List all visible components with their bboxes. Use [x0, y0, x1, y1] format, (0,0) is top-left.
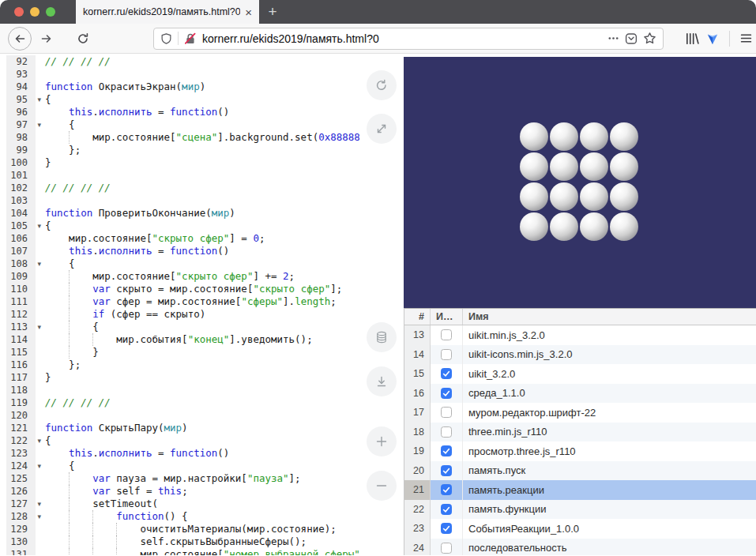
- code-line[interactable]: мир.состояние["номер выбранной сферы"]: [36, 548, 359, 555]
- line-number[interactable]: 111: [6, 295, 36, 308]
- expand-button[interactable]: [367, 114, 397, 144]
- row-checkbox[interactable]: [441, 484, 452, 495]
- bookmark-star-icon[interactable]: [643, 32, 656, 45]
- line-number[interactable]: 126: [6, 485, 36, 498]
- code-line[interactable]: мир.состояние["сцена"].background.set(0x…: [36, 131, 359, 144]
- row-checkbox[interactable]: [441, 329, 452, 340]
- reload-button[interactable]: [71, 27, 95, 51]
- table-row[interactable]: 17муром.редактор.шрифт-22: [404, 403, 756, 423]
- row-checkbox[interactable]: [441, 504, 452, 515]
- table-row[interactable]: 14uikit-icons.min.js_3.2.0: [404, 345, 756, 365]
- code-line[interactable]: this.исполнить = function(): [36, 245, 359, 257]
- line-number[interactable]: 127▾: [6, 498, 36, 510]
- code-line[interactable]: [36, 384, 359, 396]
- code-line[interactable]: {: [36, 434, 359, 447]
- code-line[interactable]: {: [36, 460, 359, 472]
- add-button[interactable]: [367, 426, 397, 456]
- code-line[interactable]: this.исполнить = function(): [36, 447, 359, 460]
- table-row[interactable]: 23СобытияРеакции_1.0.0: [404, 519, 756, 539]
- close-window-button[interactable]: [14, 7, 24, 17]
- url-text[interactable]: kornerr.ru/ekids2019/память.html?0: [202, 32, 602, 45]
- line-number[interactable]: 97▾: [6, 118, 36, 131]
- row-checkbox[interactable]: [441, 523, 452, 534]
- line-number[interactable]: 99: [6, 144, 36, 156]
- line-number[interactable]: 124▾: [6, 460, 36, 472]
- code-line[interactable]: self.скрытьВыбранныеСферы();: [36, 535, 359, 548]
- code-line[interactable]: очиститьМатериалы(мир.состояние);: [36, 523, 359, 535]
- row-checkbox[interactable]: [441, 543, 452, 554]
- code-line[interactable]: }: [36, 156, 359, 169]
- url-bar[interactable]: kornerr.ru/ekids2019/память.html?0: [153, 28, 664, 50]
- tracking-protection-shield-icon[interactable]: [160, 32, 172, 45]
- code-line[interactable]: {: [36, 220, 359, 232]
- line-number[interactable]: 118: [6, 384, 36, 396]
- line-number[interactable]: 121: [6, 422, 36, 434]
- code-line[interactable]: };: [36, 144, 359, 156]
- active-tab[interactable]: kornerr.ru/ekids2019/память.html?0 ×: [76, 0, 259, 24]
- line-number[interactable]: 117: [6, 371, 36, 384]
- code-line[interactable]: [36, 194, 359, 207]
- code-line[interactable]: }: [36, 346, 359, 359]
- line-number[interactable]: 119: [6, 396, 36, 409]
- line-number[interactable]: 115: [6, 346, 36, 359]
- code-line[interactable]: мир.состояние["скрыто сфер"] = 0;: [36, 232, 359, 245]
- code-line[interactable]: // // // //: [36, 396, 359, 409]
- forward-button[interactable]: [35, 27, 58, 51]
- line-number[interactable]: 98: [6, 131, 36, 144]
- table-row[interactable]: 19просмотр.three.js_r110: [404, 441, 756, 461]
- line-number[interactable]: 113▾: [6, 321, 36, 333]
- menu-hamburger-icon[interactable]: [739, 32, 753, 45]
- table-row[interactable]: 20память.пуск: [404, 461, 756, 481]
- line-number[interactable]: 103: [6, 194, 36, 207]
- line-number[interactable]: 100: [6, 156, 36, 169]
- code-line[interactable]: {: [36, 93, 359, 106]
- code-line[interactable]: // // // //: [36, 55, 359, 68]
- line-number[interactable]: 105▾: [6, 220, 36, 232]
- download-button[interactable]: [367, 366, 397, 396]
- editor-code[interactable]: // // // //function ОкраситьЭкран(мир){ …: [36, 55, 359, 555]
- code-editor[interactable]: 92939495▾9697▾9899100101102103104105▾106…: [0, 54, 359, 555]
- table-row[interactable]: 18three.min.js_r110: [404, 423, 756, 442]
- line-number[interactable]: 116: [6, 359, 36, 371]
- code-line[interactable]: function() {: [36, 510, 359, 523]
- line-number[interactable]: 106: [6, 232, 36, 245]
- code-line[interactable]: var сфер = мир.состояние["сферы"].length…: [36, 295, 359, 308]
- row-checkbox[interactable]: [441, 407, 452, 418]
- line-number[interactable]: 102: [6, 182, 36, 194]
- pocket-icon[interactable]: [625, 32, 638, 45]
- minimize-window-button[interactable]: [30, 7, 39, 17]
- line-number[interactable]: 131: [6, 548, 36, 555]
- code-line[interactable]: };: [36, 359, 359, 371]
- restart-button[interactable]: [367, 70, 397, 100]
- code-line[interactable]: function ПроверитьОкончание(мир): [36, 207, 359, 220]
- code-line[interactable]: // // // //: [36, 182, 359, 194]
- code-line[interactable]: [36, 169, 359, 182]
- table-row[interactable]: 13uikit.min.js_3.2.0: [404, 325, 756, 345]
- line-number[interactable]: 125: [6, 472, 36, 485]
- row-checkbox[interactable]: [441, 426, 452, 438]
- line-number[interactable]: 129: [6, 523, 36, 535]
- scene-canvas[interactable]: [404, 57, 756, 308]
- line-number[interactable]: 92: [6, 55, 36, 68]
- line-number[interactable]: 120: [6, 409, 36, 422]
- line-number[interactable]: 104: [6, 207, 36, 220]
- code-line[interactable]: мир.состояние["скрыто сфер"] += 2;: [36, 270, 359, 283]
- page-actions-icon[interactable]: [607, 32, 619, 44]
- line-number[interactable]: 114: [6, 333, 36, 346]
- line-number[interactable]: 123: [6, 447, 36, 460]
- code-line[interactable]: }: [36, 371, 359, 384]
- line-number[interactable]: 128▾: [6, 510, 36, 523]
- code-line[interactable]: var self = this;: [36, 485, 359, 498]
- table-row[interactable]: 16среда_1.1.0: [404, 384, 756, 404]
- line-number[interactable]: 93: [6, 68, 36, 81]
- line-number[interactable]: 101: [6, 169, 36, 182]
- row-checkbox[interactable]: [441, 368, 452, 379]
- maximize-window-button[interactable]: [46, 7, 55, 17]
- table-row[interactable]: 24последовательность: [404, 539, 756, 556]
- line-number[interactable]: 96: [6, 106, 36, 118]
- code-line[interactable]: this.исполнить = function(): [36, 106, 359, 118]
- extension-icon[interactable]: [705, 32, 720, 46]
- table-row[interactable]: 21память.реакции: [404, 480, 756, 500]
- library-icon[interactable]: [685, 32, 699, 46]
- code-line[interactable]: [36, 68, 359, 81]
